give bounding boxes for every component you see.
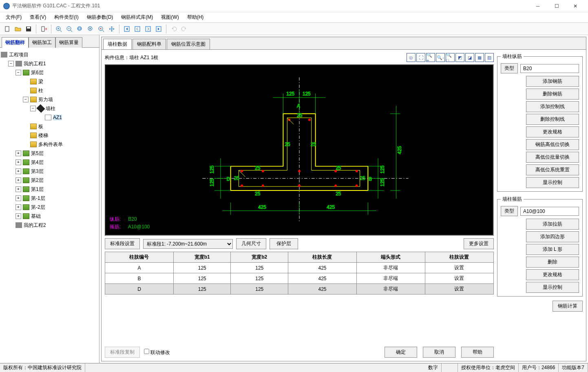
menu-view[interactable]: 查看(V) [26, 12, 50, 22]
tab-position-diagram[interactable]: 钢筋位置示意图 [167, 39, 210, 49]
table-row[interactable]: B125125425非尽端设置 [105, 273, 494, 284]
longitudinal-btn-4[interactable]: 更改规格 [526, 126, 579, 137]
tree-beam[interactable]: 梁 [38, 78, 43, 85]
longitudinal-btn-1[interactable]: 删除钢筋 [526, 89, 579, 100]
section-copy-button[interactable]: 标准段复制 [105, 347, 140, 358]
pan-icon[interactable] [107, 24, 117, 34]
stirrup-type-value[interactable]: A10@100 [520, 207, 579, 216]
project-tree[interactable]: 工程项目 −我的工程1 −第6层 梁 柱 −剪力墙 −墙柱 AZ1 板 楼梯 多… [0, 48, 99, 363]
new-icon[interactable] [2, 24, 12, 34]
maximize-button[interactable]: ☐ [547, 0, 566, 12]
section-canvas[interactable]: 125125 A 125 125 D 125 125 [105, 64, 494, 236]
longitudinal-btn-3[interactable]: 删除控制线 [526, 114, 579, 125]
stirrup-btn-3[interactable]: 删除 [526, 257, 579, 268]
export-icon[interactable] [39, 24, 49, 34]
undo-icon[interactable] [169, 24, 179, 34]
tree-floor-3[interactable]: 第3层 [31, 168, 44, 175]
canvas-tool-layer-icon[interactable]: ▨ [485, 53, 494, 62]
canvas-tool-flip-icon[interactable]: ◪ [465, 53, 474, 62]
tree-project-2[interactable]: 我的工程2 [24, 222, 46, 229]
tree-wallcolumn[interactable]: 墙柱 [46, 105, 55, 112]
redo-icon[interactable] [179, 24, 189, 34]
tab-rebar-list[interactable]: 钢筋配料单 [133, 39, 166, 49]
tree-floor-m2[interactable]: 第-2层 [31, 204, 45, 211]
toggle-icon[interactable]: + [15, 186, 21, 192]
section-settings-button[interactable]: 标准段设置 [105, 238, 140, 249]
ok-button[interactable]: 确定 [385, 347, 417, 358]
tree-stair[interactable]: 楼梯 [38, 132, 48, 139]
longitudinal-type-value[interactable]: B20 [520, 64, 579, 73]
tab-jiagong[interactable]: 钢筋加工 [29, 37, 55, 48]
tree-floor-1[interactable]: 第1层 [31, 186, 44, 193]
toggle-icon[interactable]: + [15, 151, 21, 156]
more-settings-button[interactable]: 更多设置 [464, 238, 494, 249]
nav-next-icon[interactable] [143, 24, 153, 34]
save-icon[interactable] [24, 24, 33, 34]
open-icon[interactable] [13, 24, 23, 34]
tree-floor-2[interactable]: 第2层 [31, 177, 44, 184]
minimize-button[interactable]: ─ [528, 0, 547, 12]
tree-az1[interactable]: AZ1 [53, 115, 62, 120]
tree-floor-6[interactable]: 第6层 [31, 69, 44, 76]
zoom-out-icon[interactable] [64, 24, 74, 34]
nav-prev-icon[interactable] [133, 24, 142, 34]
toggle-icon[interactable]: − [23, 97, 29, 102]
tree-multi[interactable]: 多构件表单 [38, 141, 63, 148]
calculate-button[interactable]: 钢筋计算 [553, 301, 583, 312]
cancel-button[interactable]: 取消 [423, 347, 455, 358]
tab-suanliang[interactable]: 钢筋算量 [55, 37, 82, 48]
stirrup-btn-2[interactable]: 添加 L 形 [526, 244, 579, 255]
canvas-tool-zoomin-icon[interactable]: 🔍+ [426, 53, 435, 62]
tree-project-1[interactable]: 我的工程1 [24, 60, 46, 67]
menu-param[interactable]: 钢筋参数(D) [83, 12, 117, 22]
stirrup-btn-0[interactable]: 添加拉筋 [526, 219, 579, 230]
canvas-tool-zoomwin-icon[interactable]: 🔍□ [446, 53, 455, 62]
longitudinal-btn-0[interactable]: 添加钢筋 [526, 76, 579, 87]
stirrup-btn-1[interactable]: 添加四边形 [526, 231, 579, 242]
canvas-tool-zoomout-icon[interactable]: 🔍- [436, 53, 445, 62]
nav-last-icon[interactable] [154, 24, 164, 34]
tab-fanyang[interactable]: 钢筋翻样 [2, 37, 29, 48]
menu-help[interactable]: 帮助(H) [183, 12, 208, 22]
longitudinal-btn-8[interactable]: 显示控制 [526, 177, 579, 188]
zoom-window-icon[interactable] [75, 24, 85, 34]
tree-floor-5[interactable]: 第5层 [31, 150, 44, 157]
help-button[interactable]: 帮助 [461, 347, 494, 358]
toggle-icon[interactable]: − [15, 70, 21, 75]
tree-floor-4[interactable]: 第4层 [31, 159, 44, 166]
tree-base[interactable]: 基础 [31, 213, 41, 220]
canvas-tool-target-icon[interactable]: ◎ [407, 53, 416, 62]
toggle-icon[interactable]: − [30, 106, 36, 111]
toggle-icon[interactable]: + [15, 159, 21, 165]
nav-first-icon[interactable] [122, 24, 132, 34]
stirrup-btn-4[interactable]: 更改规格 [526, 269, 579, 280]
tree-column[interactable]: 柱 [38, 87, 43, 94]
longitudinal-btn-6[interactable]: 高低位批量切换 [526, 152, 579, 163]
toggle-icon[interactable]: + [15, 177, 21, 183]
section-select[interactable]: 标准段1: -7.200m~21.600m [143, 239, 233, 249]
linked-edit-checkbox[interactable]: 联动修改 [144, 349, 170, 356]
tree-slab[interactable]: 板 [38, 123, 43, 130]
canvas-tool-fit-icon[interactable]: ⛶ [416, 53, 425, 62]
geometry-button[interactable]: 几何尺寸 [236, 238, 266, 249]
stirrup-btn-5[interactable]: 显示控制 [526, 282, 579, 293]
zoom-fit-icon[interactable] [86, 24, 95, 34]
menu-type[interactable]: 构件类型(I) [50, 12, 82, 22]
tree-root[interactable]: 工程项目 [9, 51, 29, 58]
longitudinal-btn-2[interactable]: 添加控制线 [526, 101, 579, 112]
menu-style[interactable]: 钢筋样式库(M) [117, 12, 157, 22]
table-row[interactable]: D125125425非尽端设置 [105, 284, 494, 294]
table-row[interactable]: A125125425非尽端设置 [105, 263, 494, 273]
longitudinal-btn-7[interactable]: 高低位系统重置 [526, 164, 579, 175]
toggle-icon[interactable]: + [15, 195, 21, 201]
limb-table[interactable]: 柱肢编号 宽度b1 宽度b2 柱肢长度 端头形式 柱肢设置 A125125425… [105, 252, 494, 294]
longitudinal-btn-5[interactable]: 钢筋高低位切换 [526, 139, 579, 150]
toggle-icon[interactable]: + [15, 204, 21, 210]
tree-shearwall[interactable]: 剪力墙 [38, 96, 53, 103]
canvas-tool-mirror-icon[interactable]: ◩ [455, 53, 464, 62]
toggle-icon[interactable]: + [15, 213, 21, 219]
close-button[interactable]: ✕ [566, 0, 585, 12]
canvas-tool-grid-icon[interactable]: ▦ [475, 53, 484, 62]
toggle-icon[interactable]: + [15, 168, 21, 174]
zoom-in-icon[interactable] [54, 24, 64, 34]
